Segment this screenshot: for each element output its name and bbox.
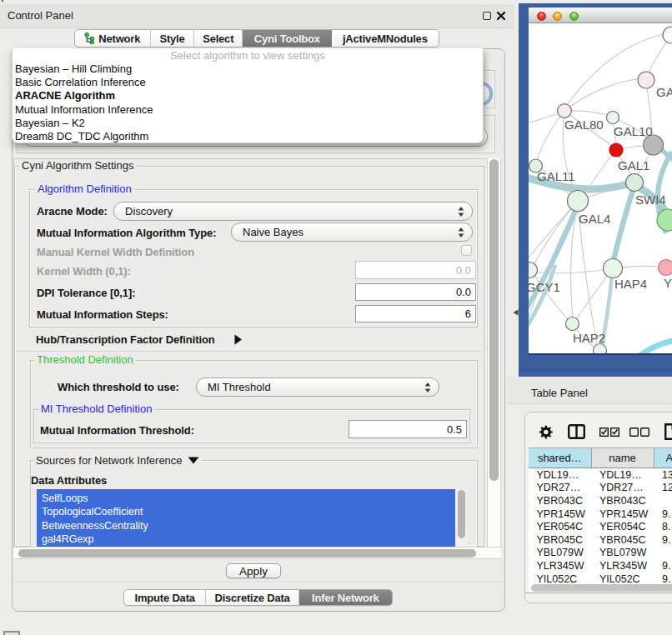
label-gal10: GAL10 bbox=[614, 124, 653, 138]
aracne-mode-combobox[interactable]: Discovery bbox=[113, 202, 473, 221]
table-row[interactable]: YBR045C YBR045C 9. bbox=[529, 533, 672, 547]
minimize-traffic-light[interactable] bbox=[553, 12, 562, 21]
table-row[interactable]: YER054C YER054C 8. bbox=[529, 520, 672, 533]
partial-bottom-widget bbox=[3, 631, 20, 635]
sources-title-row[interactable]: Sources for Network Inference bbox=[33, 455, 202, 466]
popup-item-bayesian-hill-climbing[interactable]: Bayesian – Hill Climbing bbox=[15, 62, 132, 76]
column-header-name[interactable]: name bbox=[592, 448, 654, 468]
column-header-third[interactable]: Av bbox=[654, 448, 672, 468]
kernel-width-field[interactable]: 0.0 bbox=[355, 261, 476, 279]
which-threshold-combobox[interactable]: MI Threshold bbox=[196, 378, 439, 397]
list-item-topologicalcoefficient[interactable]: TopologicalCoefficient bbox=[42, 505, 143, 518]
mi-steps-field[interactable]: 6 bbox=[355, 305, 476, 322]
popup-item-aracne[interactable]: ARACNE Algorithm bbox=[15, 89, 115, 102]
tab-impute-data-label: Impute Data bbox=[135, 592, 195, 604]
network-graph: GAL GAL80 GAL10 GAL1 GAL11 SWI4 GAL4 GCY… bbox=[529, 23, 672, 353]
manual-kernel-checkbox[interactable] bbox=[461, 245, 472, 256]
popup-item-basic-correlation[interactable]: Basic Correlation Inference bbox=[15, 76, 146, 89]
column-header-shared-name[interactable]: shared… bbox=[529, 448, 592, 468]
close-traffic-light[interactable] bbox=[537, 12, 546, 21]
cell-shared-name: YDL19… bbox=[529, 469, 592, 481]
sources-collapse-arrow-icon[interactable] bbox=[188, 457, 199, 464]
list-item-gal4rgexp[interactable]: gal4RGexp bbox=[42, 532, 94, 546]
which-threshold-value: MI Threshold bbox=[197, 381, 271, 393]
table-row[interactable]: YLR345W YLR345W 9. bbox=[529, 559, 672, 572]
table-row[interactable]: YPR145W YPR145W 9. bbox=[529, 508, 672, 521]
apply-button[interactable]: Apply bbox=[226, 563, 281, 578]
mi-type-combobox[interactable]: Naive Bayes bbox=[231, 222, 473, 242]
split-divider-collapse-icon[interactable] bbox=[513, 309, 519, 316]
mi-threshold-field[interactable]: 0.5 bbox=[349, 420, 467, 438]
tab-style-label: Style bbox=[159, 32, 184, 45]
tab-network[interactable]: Network bbox=[75, 30, 151, 47]
checked-boxes-icon[interactable] bbox=[599, 428, 619, 437]
table-row[interactable]: YDL19… YDL19… 13 bbox=[529, 468, 672, 482]
table-panel-titlebar[interactable]: Table Panel bbox=[508, 377, 672, 404]
cell-name: YBL079W bbox=[592, 547, 654, 558]
hub-separator bbox=[17, 351, 482, 352]
mi-threshold-title: MI Threshold Definition bbox=[38, 403, 154, 414]
settings-hscrollbar-thumb[interactable] bbox=[18, 549, 476, 558]
mi-steps-label: Mutual Information Steps: bbox=[37, 308, 168, 321]
tab-cyni-toolbox[interactable]: Cyni Toolbox bbox=[243, 30, 332, 47]
hub-expand-arrow-icon[interactable] bbox=[233, 334, 243, 345]
node-table-body: YDL19… YDL19… 13 YDR27… YDR27… 12 YBR043… bbox=[529, 468, 672, 582]
dpi-tolerance-field[interactable]: 0.0 bbox=[355, 283, 476, 301]
mi-type-value: Naive Bayes bbox=[232, 226, 303, 238]
label-y-cut: Y bbox=[664, 276, 672, 290]
table-row[interactable]: YIL052C YIL052C 9. bbox=[529, 572, 672, 582]
cell-name: YLR345W bbox=[592, 560, 654, 572]
close-window-button[interactable] bbox=[496, 11, 506, 21]
control-panel-window: Control Panel Network Style bbox=[0, 0, 514, 635]
label-hap4: HAP4 bbox=[614, 277, 647, 291]
tab-infer-network[interactable]: Infer Network bbox=[299, 590, 392, 605]
table-row[interactable]: YDR27… YDR27… 12 bbox=[529, 482, 672, 495]
mi-type-label: Mutual Information Algorithm Type: bbox=[37, 227, 216, 239]
hub-definition-label[interactable]: Hub/Transcription Factor Definition bbox=[36, 333, 215, 346]
data-attributes-list[interactable]: SelfLoops TopologicalCoefficient Between… bbox=[37, 489, 467, 548]
table-row[interactable]: YBL079W YBL079W bbox=[529, 547, 672, 560]
tab-jactivemnodules[interactable]: jActiveMNodules bbox=[332, 30, 439, 47]
aracne-mode-label: Aracne Mode: bbox=[37, 205, 108, 218]
node-pink-right bbox=[659, 260, 672, 276]
control-panel-titlebar[interactable]: Control Panel bbox=[0, 4, 514, 28]
list-item-betweennesscentrality[interactable]: BetweennessCentrality bbox=[42, 519, 148, 532]
list-item-selfloops[interactable]: SelfLoops bbox=[42, 492, 88, 505]
node-swi4 bbox=[626, 174, 644, 192]
label-gal-cut: GAL bbox=[656, 85, 672, 99]
table-panel-title: Table Panel bbox=[531, 377, 588, 409]
table-hscrollbar-thumb[interactable] bbox=[531, 584, 672, 592]
popup-item-mutual-information[interactable]: Mutual Information Inference bbox=[15, 103, 153, 117]
zoom-traffic-light[interactable] bbox=[569, 12, 579, 21]
popup-item-bayesian-k2[interactable]: Bayesian – K2 bbox=[15, 117, 85, 130]
popup-item-dream8[interactable]: Dream8 DC_TDC Algorithm bbox=[15, 130, 148, 143]
cell-shared-name: YLR345W bbox=[529, 560, 592, 572]
settings-vscrollbar-track[interactable] bbox=[487, 158, 501, 547]
application-root: Control Panel Network Style bbox=[0, 0, 672, 635]
tab-impute-data[interactable]: Impute Data bbox=[124, 590, 206, 605]
tab-discretize-data[interactable]: Discretize Data bbox=[206, 590, 298, 605]
tab-select[interactable]: Select bbox=[194, 30, 243, 47]
table-hscrollbar-track[interactable] bbox=[529, 582, 672, 592]
control-panel-tabbar: Network Style Select Cyni Toolbox jActiv… bbox=[74, 29, 439, 48]
tab-style[interactable]: Style bbox=[151, 30, 195, 47]
unchecked-boxes-icon[interactable] bbox=[629, 428, 649, 437]
attr-list-scrollbar-thumb[interactable] bbox=[458, 490, 465, 538]
settings-vscrollbar-thumb[interactable] bbox=[489, 159, 499, 481]
label-hap2: HAP2 bbox=[573, 331, 605, 345]
cell-shared-name: YDR27… bbox=[529, 482, 592, 493]
network-window-titlebar[interactable] bbox=[529, 8, 672, 23]
float-window-button[interactable] bbox=[483, 12, 491, 20]
aracne-mode-value: Discovery bbox=[114, 205, 173, 218]
settings-hscrollbar-track[interactable] bbox=[13, 547, 501, 559]
table-row[interactable]: YBR043C YBR043C bbox=[529, 494, 672, 508]
node-gal4 bbox=[568, 191, 589, 212]
network-canvas[interactable]: GAL GAL80 GAL10 GAL1 GAL11 SWI4 GAL4 GCY… bbox=[529, 23, 672, 353]
cell-value: 9. bbox=[654, 534, 672, 546]
popup-prompt-item[interactable]: Select algorithm to view settings bbox=[13, 49, 483, 62]
cell-value: 13 bbox=[654, 469, 672, 481]
document-icon[interactable] bbox=[664, 423, 672, 440]
attr-list-scrollbar-track[interactable] bbox=[455, 489, 467, 548]
gear-icon[interactable] bbox=[538, 425, 553, 440]
split-columns-icon[interactable] bbox=[568, 424, 585, 439]
